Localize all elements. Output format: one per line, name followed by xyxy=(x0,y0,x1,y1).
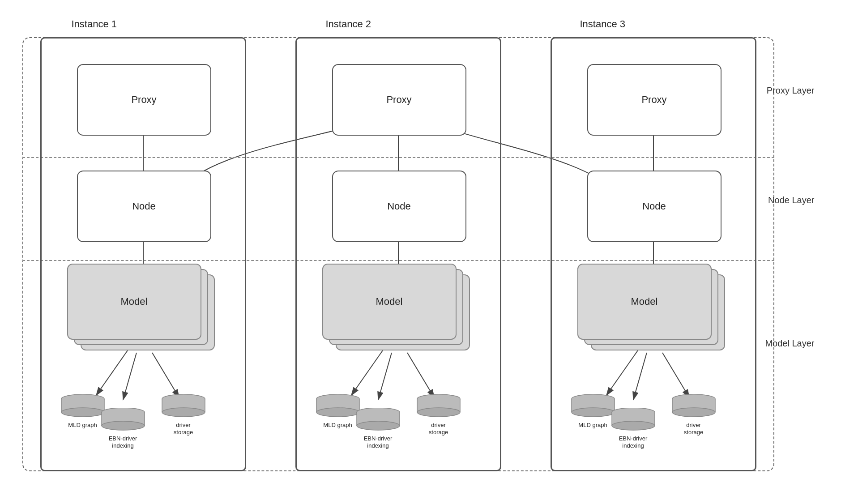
instance1-proxy: Proxy xyxy=(77,64,211,136)
instance3-ebn-label: EBN-driverindexing xyxy=(611,435,656,449)
instance1-ebn-label: EBN-driverindexing xyxy=(101,435,145,449)
instance3-node: Node xyxy=(587,171,721,242)
instance3-mld-graph: MLD graph xyxy=(571,394,615,429)
model-layer-label: Model Layer xyxy=(765,337,814,350)
instance1-ebn-driver: EBN-driverindexing xyxy=(101,408,145,449)
instance3-proxy: Proxy xyxy=(587,64,721,136)
instance1-node: Node xyxy=(77,171,211,242)
model1-label: Model xyxy=(121,296,148,308)
instance3-storage-label: driverstorage xyxy=(671,422,716,436)
instance2-mld-graph: MLD graph xyxy=(316,394,360,429)
instance1-driver-storage: driverstorage xyxy=(161,394,206,436)
instance2-mld-label: MLD graph xyxy=(316,422,360,429)
instance3-driver-storage: driverstorage xyxy=(671,394,716,436)
proxy1-label: Proxy xyxy=(131,94,156,106)
instance3-ebn-driver: EBN-driverindexing xyxy=(611,408,656,449)
proxy-layer-label: Proxy Layer xyxy=(767,84,815,97)
node-layer-label: Node Layer xyxy=(768,194,814,206)
proxy3-label: Proxy xyxy=(641,94,666,106)
svg-point-30 xyxy=(162,408,205,417)
diagram-container: Instance 1 Instance 2 Instance 3 Proxy P… xyxy=(13,15,828,489)
node2-label: Node xyxy=(387,201,411,212)
instance1-title: Instance 1 xyxy=(72,18,117,30)
instance2-node: Node xyxy=(332,171,466,242)
instance2-title: Instance 2 xyxy=(326,18,371,30)
instance1-mld-label: MLD graph xyxy=(60,422,105,429)
svg-point-40 xyxy=(357,421,400,430)
svg-point-55 xyxy=(612,421,655,430)
svg-point-60 xyxy=(672,408,715,417)
svg-point-25 xyxy=(102,421,145,430)
instance2-ebn-label: EBN-driverindexing xyxy=(356,435,401,449)
instance2-storage-label: driverstorage xyxy=(416,422,461,436)
instance1-mld-graph: MLD graph xyxy=(60,394,105,429)
node3-label: Node xyxy=(642,201,666,212)
instance3-mld-label: MLD graph xyxy=(571,422,615,429)
svg-point-50 xyxy=(572,408,615,417)
model2-label: Model xyxy=(376,296,403,308)
node1-label: Node xyxy=(132,201,156,212)
model3-label: Model xyxy=(631,296,658,308)
svg-point-45 xyxy=(417,408,460,417)
instance2-driver-storage: driverstorage xyxy=(416,394,461,436)
proxy2-label: Proxy xyxy=(386,94,411,106)
instance2-ebn-driver: EBN-driverindexing xyxy=(356,408,401,449)
svg-point-35 xyxy=(316,408,359,417)
instance2-proxy: Proxy xyxy=(332,64,466,136)
svg-point-20 xyxy=(61,408,104,417)
instance1-storage-label: driverstorage xyxy=(161,422,206,436)
instance3-title: Instance 3 xyxy=(580,18,626,30)
